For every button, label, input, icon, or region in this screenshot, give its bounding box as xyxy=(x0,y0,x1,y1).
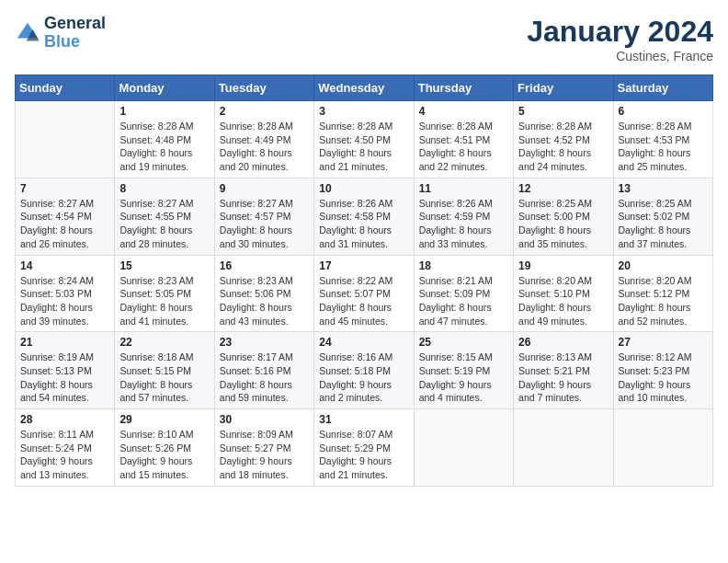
calendar-cell: 12Sunrise: 8:25 AM Sunset: 5:00 PM Dayli… xyxy=(514,178,613,255)
day-info: Sunrise: 8:28 AM Sunset: 4:48 PM Dayligh… xyxy=(119,120,209,174)
calendar-cell: 1Sunrise: 8:28 AM Sunset: 4:48 PM Daylig… xyxy=(115,101,214,178)
day-info: Sunrise: 8:28 AM Sunset: 4:52 PM Dayligh… xyxy=(518,120,608,174)
day-info: Sunrise: 8:16 AM Sunset: 5:18 PM Dayligh… xyxy=(319,350,408,405)
day-number: 11 xyxy=(419,182,508,195)
weekday-header-cell: Monday xyxy=(115,75,214,101)
day-info: Sunrise: 8:13 AM Sunset: 5:21 PM Dayligh… xyxy=(518,350,608,405)
calendar-cell: 7Sunrise: 8:27 AM Sunset: 4:54 PM Daylig… xyxy=(16,178,115,255)
calendar-cell: 8Sunrise: 8:27 AM Sunset: 4:55 PM Daylig… xyxy=(115,178,214,255)
calendar-cell xyxy=(16,101,115,178)
weekday-header-cell: Saturday xyxy=(613,75,712,101)
day-number: 1 xyxy=(119,105,209,118)
day-info: Sunrise: 8:28 AM Sunset: 4:51 PM Dayligh… xyxy=(419,120,508,174)
day-info: Sunrise: 8:23 AM Sunset: 5:06 PM Dayligh… xyxy=(220,274,309,328)
day-info: Sunrise: 8:28 AM Sunset: 4:49 PM Dayligh… xyxy=(220,120,309,174)
day-info: Sunrise: 8:26 AM Sunset: 4:58 PM Dayligh… xyxy=(319,197,408,251)
calendar-cell: 23Sunrise: 8:17 AM Sunset: 5:16 PM Dayli… xyxy=(214,332,313,409)
calendar-week-row: 28Sunrise: 8:11 AM Sunset: 5:24 PM Dayli… xyxy=(16,409,713,487)
calendar-cell: 30Sunrise: 8:09 AM Sunset: 5:27 PM Dayli… xyxy=(214,409,313,487)
calendar-cell: 13Sunrise: 8:25 AM Sunset: 5:02 PM Dayli… xyxy=(613,178,712,255)
calendar-cell: 17Sunrise: 8:22 AM Sunset: 5:07 PM Dayli… xyxy=(314,255,414,332)
calendar-week-row: 1Sunrise: 8:28 AM Sunset: 4:48 PM Daylig… xyxy=(16,101,713,178)
calendar-cell: 19Sunrise: 8:20 AM Sunset: 5:10 PM Dayli… xyxy=(514,255,613,332)
calendar-cell xyxy=(514,409,613,487)
day-number: 30 xyxy=(220,413,309,426)
day-info: Sunrise: 8:09 AM Sunset: 5:27 PM Dayligh… xyxy=(220,428,309,482)
day-number: 19 xyxy=(518,259,608,272)
calendar-cell: 5Sunrise: 8:28 AM Sunset: 4:52 PM Daylig… xyxy=(514,101,613,178)
day-number: 2 xyxy=(220,105,309,118)
day-number: 29 xyxy=(119,413,209,426)
calendar-cell: 2Sunrise: 8:28 AM Sunset: 4:49 PM Daylig… xyxy=(214,101,313,178)
location: Custines, France xyxy=(527,49,713,63)
day-number: 20 xyxy=(619,259,708,272)
day-number: 4 xyxy=(419,105,508,118)
day-info: Sunrise: 8:07 AM Sunset: 5:29 PM Dayligh… xyxy=(319,428,408,482)
day-number: 13 xyxy=(619,182,708,195)
logo: General Blue xyxy=(15,15,106,52)
day-info: Sunrise: 8:21 AM Sunset: 5:09 PM Dayligh… xyxy=(419,274,508,328)
title-block: January 2024 Custines, France xyxy=(527,15,713,63)
day-info: Sunrise: 8:22 AM Sunset: 5:07 PM Dayligh… xyxy=(319,274,408,328)
day-info: Sunrise: 8:27 AM Sunset: 4:57 PM Dayligh… xyxy=(220,197,309,251)
calendar-cell: 29Sunrise: 8:10 AM Sunset: 5:26 PM Dayli… xyxy=(115,409,214,487)
day-info: Sunrise: 8:27 AM Sunset: 4:54 PM Dayligh… xyxy=(20,197,109,251)
day-number: 5 xyxy=(518,105,608,118)
day-info: Sunrise: 8:20 AM Sunset: 5:12 PM Dayligh… xyxy=(619,274,708,328)
weekday-header-cell: Sunday xyxy=(16,75,115,101)
calendar-cell: 15Sunrise: 8:23 AM Sunset: 5:05 PM Dayli… xyxy=(115,255,214,332)
calendar-week-row: 7Sunrise: 8:27 AM Sunset: 4:54 PM Daylig… xyxy=(16,178,713,255)
day-info: Sunrise: 8:26 AM Sunset: 4:59 PM Dayligh… xyxy=(419,197,508,251)
day-info: Sunrise: 8:25 AM Sunset: 5:00 PM Dayligh… xyxy=(518,197,608,251)
day-info: Sunrise: 8:23 AM Sunset: 5:05 PM Dayligh… xyxy=(119,274,209,328)
calendar-table: SundayMondayTuesdayWednesdayThursdayFrid… xyxy=(15,75,713,487)
day-number: 26 xyxy=(518,336,608,349)
day-number: 25 xyxy=(419,336,508,349)
day-info: Sunrise: 8:28 AM Sunset: 4:53 PM Dayligh… xyxy=(619,120,708,174)
day-number: 6 xyxy=(619,105,708,118)
calendar-cell xyxy=(414,409,513,487)
calendar-cell: 20Sunrise: 8:20 AM Sunset: 5:12 PM Dayli… xyxy=(613,255,712,332)
day-number: 16 xyxy=(220,259,309,272)
day-info: Sunrise: 8:28 AM Sunset: 4:50 PM Dayligh… xyxy=(319,120,408,174)
calendar-cell: 26Sunrise: 8:13 AM Sunset: 5:21 PM Dayli… xyxy=(514,332,613,409)
day-info: Sunrise: 8:12 AM Sunset: 5:23 PM Dayligh… xyxy=(619,350,708,405)
day-number: 17 xyxy=(319,259,408,272)
calendar-body: 1Sunrise: 8:28 AM Sunset: 4:48 PM Daylig… xyxy=(16,101,713,487)
calendar-cell: 16Sunrise: 8:23 AM Sunset: 5:06 PM Dayli… xyxy=(214,255,313,332)
weekday-header-cell: Friday xyxy=(514,75,613,101)
day-info: Sunrise: 8:18 AM Sunset: 5:15 PM Dayligh… xyxy=(119,350,209,405)
calendar-cell: 10Sunrise: 8:26 AM Sunset: 4:58 PM Dayli… xyxy=(314,178,414,255)
day-number: 10 xyxy=(319,182,408,195)
weekday-header-cell: Thursday xyxy=(414,75,513,101)
day-number: 21 xyxy=(20,336,109,349)
day-info: Sunrise: 8:20 AM Sunset: 5:10 PM Dayligh… xyxy=(518,274,608,328)
calendar-cell: 24Sunrise: 8:16 AM Sunset: 5:18 PM Dayli… xyxy=(314,332,414,409)
day-info: Sunrise: 8:15 AM Sunset: 5:19 PM Dayligh… xyxy=(419,350,508,405)
day-number: 23 xyxy=(220,336,309,349)
day-number: 3 xyxy=(319,105,408,118)
calendar-cell: 25Sunrise: 8:15 AM Sunset: 5:19 PM Dayli… xyxy=(414,332,513,409)
weekday-header-row: SundayMondayTuesdayWednesdayThursdayFrid… xyxy=(16,75,713,101)
day-number: 24 xyxy=(319,336,408,349)
month-title: January 2024 xyxy=(527,15,713,49)
day-info: Sunrise: 8:19 AM Sunset: 5:13 PM Dayligh… xyxy=(20,350,109,405)
day-info: Sunrise: 8:24 AM Sunset: 5:03 PM Dayligh… xyxy=(20,274,109,328)
calendar-cell: 28Sunrise: 8:11 AM Sunset: 5:24 PM Dayli… xyxy=(16,409,115,487)
calendar-cell xyxy=(613,409,712,487)
day-number: 8 xyxy=(119,182,209,195)
calendar-cell: 21Sunrise: 8:19 AM Sunset: 5:13 PM Dayli… xyxy=(16,332,115,409)
day-number: 31 xyxy=(319,413,408,426)
calendar-cell: 11Sunrise: 8:26 AM Sunset: 4:59 PM Dayli… xyxy=(414,178,513,255)
day-number: 18 xyxy=(419,259,508,272)
page-header: General Blue January 2024 Custines, Fran… xyxy=(15,15,713,63)
day-number: 27 xyxy=(619,336,708,349)
day-number: 15 xyxy=(119,259,209,272)
logo-icon xyxy=(15,20,40,46)
calendar-week-row: 14Sunrise: 8:24 AM Sunset: 5:03 PM Dayli… xyxy=(16,255,713,332)
day-number: 12 xyxy=(518,182,608,195)
day-info: Sunrise: 8:11 AM Sunset: 5:24 PM Dayligh… xyxy=(20,428,109,482)
weekday-header-cell: Tuesday xyxy=(214,75,313,101)
calendar-cell: 22Sunrise: 8:18 AM Sunset: 5:15 PM Dayli… xyxy=(115,332,214,409)
day-number: 9 xyxy=(220,182,309,195)
